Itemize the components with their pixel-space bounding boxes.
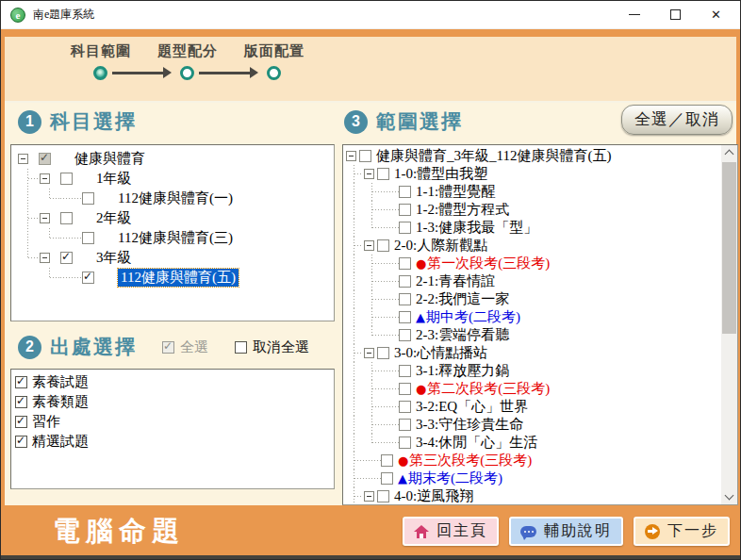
tree-node-label[interactable]: 2-1:青春情誼 <box>416 272 495 290</box>
scroll-up-icon[interactable] <box>725 150 734 159</box>
checkbox[interactable] <box>359 150 371 162</box>
help-button[interactable]: 輔助說明 <box>509 517 623 546</box>
tree-node-label[interactable]: 112健康與體育(五) <box>118 269 239 287</box>
tree-node-label[interactable]: 1-3:健康我最「型」 <box>416 219 537 237</box>
tree-connector <box>39 268 60 288</box>
tree-connector <box>345 272 363 290</box>
tree-connector <box>17 208 39 228</box>
tree-node-label[interactable]: ▲期中考(二段考) <box>416 308 520 326</box>
checkbox[interactable] <box>399 419 411 431</box>
expand-toggle-icon[interactable] <box>364 240 374 251</box>
expand-toggle-icon[interactable] <box>364 348 374 358</box>
tree-connector <box>363 434 381 452</box>
checkbox[interactable] <box>399 436 411 449</box>
expand-toggle-icon[interactable] <box>364 169 374 179</box>
checkbox[interactable] <box>399 311 411 323</box>
tree-node-label[interactable]: ●第一次段考(三段考) <box>416 255 550 272</box>
checkbox[interactable] <box>381 472 393 485</box>
maximize-button-icon[interactable] <box>670 9 681 20</box>
tree-connector <box>345 362 363 380</box>
checkbox[interactable] <box>399 365 411 377</box>
expand-toggle-icon[interactable] <box>18 154 28 164</box>
checkbox[interactable] <box>399 257 411 270</box>
checkbox[interactable] <box>399 293 411 305</box>
tree-node-label[interactable]: 3-4:休閒「心」生活 <box>416 434 537 452</box>
expand-toggle-icon[interactable] <box>364 491 374 502</box>
tree-node-label[interactable]: ●第二次段考(三段考) <box>416 380 550 398</box>
checkbox[interactable] <box>399 186 411 198</box>
checkbox[interactable] <box>39 153 51 165</box>
tree-node-label[interactable]: ▲期末考(二段考) <box>398 469 502 487</box>
exam-bullet-triangle-icon: ▲ <box>416 310 425 324</box>
checkbox[interactable] <box>399 204 411 216</box>
tree-node-label[interactable]: 1-2:體型方程式 <box>416 201 509 219</box>
tree-node-label[interactable]: 健康與體育 <box>74 150 145 168</box>
checkbox[interactable] <box>399 275 411 288</box>
home-button[interactable]: 回主頁 <box>403 517 499 546</box>
scrollbar[interactable] <box>721 145 737 504</box>
tree-connector <box>345 308 363 326</box>
list-item[interactable]: 習作 <box>15 412 334 432</box>
scrollbar-thumb[interactable] <box>722 162 736 334</box>
expand-toggle-icon[interactable] <box>40 253 50 263</box>
expand-toggle-icon[interactable] <box>40 213 50 223</box>
tree-node-label[interactable]: 2-0:人際新觀點 <box>394 237 487 255</box>
checkbox[interactable] <box>82 272 94 284</box>
checkbox[interactable] <box>82 232 94 244</box>
tree-node: 1-0:體型由我塑 <box>345 165 737 183</box>
tree-connector <box>363 380 381 398</box>
list-item[interactable]: 素養類題 <box>15 392 334 412</box>
tree-node-label[interactable]: 1-1:體型覺醒 <box>416 183 495 201</box>
close-button-icon[interactable]: ✕ <box>711 8 721 21</box>
expand-toggle-icon[interactable] <box>346 151 356 161</box>
checkbox[interactable] <box>399 222 411 234</box>
checkbox[interactable] <box>15 396 27 408</box>
tree-connector <box>363 452 381 469</box>
checkbox[interactable] <box>399 383 411 395</box>
tree-node-label[interactable]: 3-1:釋放壓力鍋 <box>416 362 509 380</box>
tree-node-label[interactable]: 1-0:體型由我塑 <box>394 165 487 183</box>
scroll-down-icon[interactable] <box>725 491 734 501</box>
exam-bullet-circle-icon: ● <box>416 256 426 271</box>
tree-node-label[interactable]: 健康與體育_3年級_112健康與體育(五) <box>376 147 611 165</box>
checkbox[interactable] <box>399 401 411 413</box>
tree-node-label[interactable]: 2年級 <box>96 209 132 227</box>
checkbox[interactable] <box>381 454 393 467</box>
checkbox[interactable] <box>60 252 73 264</box>
checkbox[interactable] <box>15 416 27 428</box>
tree-node-label[interactable]: 4-0:逆風飛翔 <box>394 487 473 505</box>
tree-node: 健康與體育 <box>17 149 334 169</box>
tree-node-label[interactable]: 112健康與體育(三) <box>118 229 233 247</box>
tree-node-label[interactable]: 2-2:我們這一家 <box>416 290 509 308</box>
tree-node-label[interactable]: 2-3:雲端停看聽 <box>416 326 509 344</box>
checkbox[interactable] <box>377 168 389 180</box>
checkbox[interactable] <box>377 239 389 252</box>
checkbox[interactable] <box>15 376 27 388</box>
tree-node-label[interactable]: 3-0:心情點播站 <box>394 344 487 362</box>
deselect-all-checkbox[interactable] <box>235 341 247 354</box>
checkbox[interactable] <box>15 436 27 448</box>
tree-node-label[interactable]: 3-3:守住珍貴生命 <box>416 416 523 434</box>
tree-node-label[interactable]: 112健康與體育(一) <box>118 189 233 207</box>
next-step-button[interactable]: 下一步 <box>634 517 730 546</box>
tree-node-label[interactable]: ●第三次段考(三段考) <box>398 452 532 469</box>
select-all-toggle-button[interactable]: 全選／取消 <box>621 105 733 135</box>
help-button-label: 輔助說明 <box>544 521 612 541</box>
checkbox[interactable] <box>377 490 389 502</box>
select-all-checkbox[interactable] <box>162 341 174 354</box>
tree-node: 112健康與體育(三) <box>17 228 334 248</box>
tree-node-label[interactable]: 3-2:EQ「心」世界 <box>416 398 528 416</box>
tree-node-label[interactable]: 3年級 <box>96 249 132 267</box>
expand-toggle-icon[interactable] <box>40 173 50 184</box>
checkbox[interactable] <box>377 347 389 359</box>
checkbox[interactable] <box>60 173 73 185</box>
list-item[interactable]: 素養試題 <box>15 372 334 392</box>
tree-node-label[interactable]: 1年級 <box>96 170 132 188</box>
tree-connector <box>381 380 399 398</box>
checkbox[interactable] <box>399 329 411 341</box>
tree-connector <box>345 434 363 452</box>
checkbox[interactable] <box>60 212 73 224</box>
minimize-button-icon[interactable] <box>629 14 640 15</box>
checkbox[interactable] <box>82 192 94 205</box>
list-item[interactable]: 精選試題 <box>15 432 334 452</box>
